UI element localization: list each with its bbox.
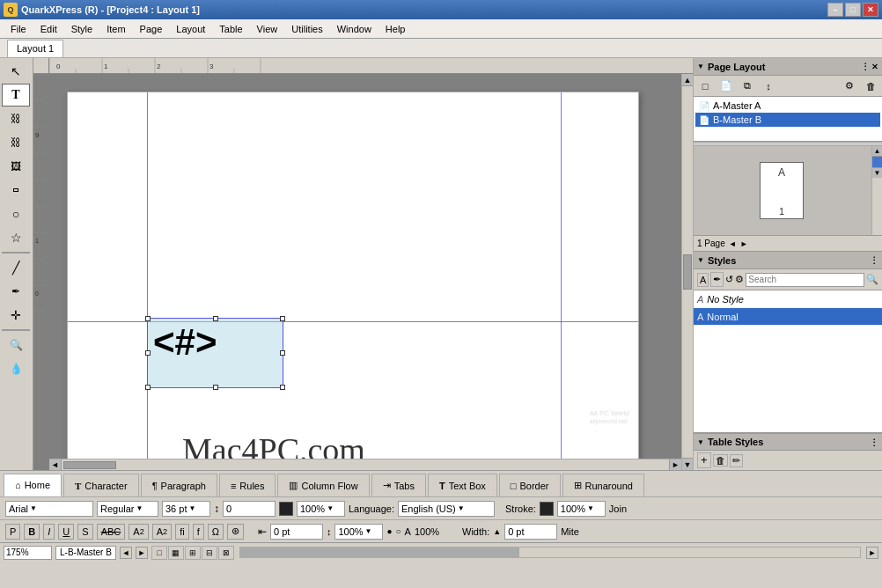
new-master-btn[interactable]: 📄 — [717, 77, 736, 95]
canvas-vscroll[interactable]: ▲ ▼ — [681, 74, 693, 470]
maximize-button[interactable]: □ — [845, 3, 861, 17]
tab-runaround[interactable]: ⊞ Runaround — [562, 474, 644, 496]
master-b[interactable]: 📄 B-Master B — [695, 113, 880, 127]
master-a[interactable]: 📄 A-Master A — [695, 99, 880, 113]
stroke-swatch[interactable] — [540, 502, 554, 516]
scroll-right[interactable]: ► — [669, 459, 681, 471]
tab-home[interactable]: ⌂ Home — [4, 474, 62, 496]
menu-edit[interactable]: Edit — [33, 22, 64, 36]
thumb-scroll-down[interactable]: ▼ — [872, 167, 882, 178]
image-tool[interactable]: 🖼 — [2, 155, 30, 178]
panel-close-icon[interactable]: ✕ — [871, 62, 878, 71]
styles-search-input[interactable] — [746, 273, 864, 287]
tab-character[interactable]: T Character — [63, 474, 139, 496]
handle-mr[interactable] — [280, 350, 285, 356]
add-table-style-btn[interactable]: + — [697, 452, 711, 468]
doc-tab-layout1[interactable]: Layout 1 — [7, 40, 63, 57]
format-percent-dropdown[interactable]: 100% ▼ — [334, 524, 383, 540]
menu-help[interactable]: Help — [379, 22, 413, 36]
link-tool[interactable]: ⛓ — [2, 107, 30, 130]
scroll-right-icon[interactable]: ► — [740, 239, 748, 248]
unlink-tool[interactable]: ⛓ — [2, 131, 30, 154]
layout-selector[interactable]: L-B-Master B — [55, 546, 116, 560]
panel-options-icon[interactable]: ⋮ — [861, 62, 870, 71]
thumb-scroll-thumb[interactable] — [872, 157, 882, 167]
handle-br[interactable] — [280, 385, 285, 390]
view-btn-3[interactable]: ⊞ — [185, 546, 201, 560]
menu-view[interactable]: View — [250, 22, 285, 36]
scroll-left-icon[interactable]: ◄ — [729, 239, 737, 248]
next-page-btn[interactable]: ► — [136, 547, 148, 559]
subscript-btn[interactable]: A2 — [152, 524, 172, 540]
scroll-left[interactable]: ◄ — [49, 459, 62, 471]
zoom-field[interactable]: 175% — [4, 546, 52, 560]
settings-icon[interactable]: ⚙ — [735, 274, 744, 285]
bold-btn[interactable]: B — [24, 524, 40, 540]
scroll-up[interactable]: ▲ — [682, 74, 693, 86]
rect-tool[interactable] — [2, 179, 30, 202]
style-normal[interactable]: A Normal — [694, 308, 882, 326]
menu-page[interactable]: Page — [133, 22, 170, 36]
table-styles-options-icon[interactable]: ⋮ — [870, 437, 878, 447]
view-btn-1[interactable]: □ — [151, 546, 167, 560]
tab-paragraph[interactable]: ¶ Paragraph — [141, 474, 217, 496]
tab-text-box[interactable]: T Text Box — [428, 474, 497, 496]
star-tool[interactable]: ☆ — [2, 226, 30, 249]
strikethrough-btn[interactable]: ABC — [97, 524, 126, 540]
thumb-vscroll[interactable]: ▲ ▼ — [871, 146, 882, 235]
eyedropper-tool[interactable]: 💧 — [2, 357, 30, 380]
edit-table-style-btn[interactable]: ✏ — [730, 454, 743, 467]
tab-border[interactable]: □ Border — [499, 474, 561, 496]
delete-page-btn[interactable]: 🗑 — [861, 77, 880, 95]
view-btn-5[interactable]: ⊠ — [218, 546, 234, 560]
arrow-up-icon[interactable]: ▲ — [493, 527, 501, 536]
page-settings-btn[interactable]: ⚙ — [840, 77, 859, 95]
zoom-tool[interactable]: 🔍 — [2, 334, 30, 356]
scroll-right-status[interactable]: ► — [866, 547, 878, 559]
special2-btn[interactable]: Ω — [208, 524, 224, 540]
menu-layout[interactable]: Layout — [169, 22, 212, 36]
text-frame[interactable]: <#> — [147, 318, 283, 388]
menu-style[interactable]: Style — [64, 22, 99, 36]
font-style-dropdown[interactable]: Regular ▼ — [97, 501, 158, 517]
percent1-dropdown[interactable]: 100% ▼ — [297, 501, 345, 517]
menu-item[interactable]: Item — [99, 22, 132, 36]
view-btn-4[interactable]: ⊟ — [202, 546, 217, 560]
move-tool[interactable]: ✛ — [2, 304, 30, 327]
stroke-percent-dropdown[interactable]: 100% ▼ — [557, 501, 606, 517]
underline-btn[interactable]: U — [58, 524, 74, 540]
canvas-content[interactable]: <#> Mac4PC.com All PC Worldallpcworld.ne… — [49, 74, 693, 470]
text-tool[interactable]: T — [2, 84, 30, 107]
char-style-icon[interactable]: ✒ — [710, 272, 724, 287]
language-dropdown[interactable]: English (US) ▼ — [398, 501, 495, 517]
prev-page-btn[interactable]: ◄ — [120, 547, 132, 559]
shadow-btn[interactable]: S — [77, 524, 92, 540]
handle-bc[interactable] — [213, 385, 218, 390]
view-btn-2[interactable]: ▦ — [168, 546, 184, 560]
minimize-button[interactable]: – — [827, 3, 843, 17]
radio2[interactable]: ○ — [396, 526, 401, 536]
canvas-area[interactable]: 0 1 2 3 9 1 — [33, 58, 693, 470]
style-no-style[interactable]: A No Style — [694, 290, 882, 308]
oval-tool[interactable]: ○ — [2, 202, 30, 225]
pointer-tool[interactable]: ↖ — [2, 60, 30, 83]
handle-tc[interactable] — [213, 316, 218, 321]
superscript-btn[interactable]: A2 — [129, 524, 148, 540]
delete-table-style-btn[interactable]: 🗑 — [713, 454, 728, 467]
page-thumb[interactable]: A 1 — [760, 162, 804, 219]
radio1[interactable]: ● — [386, 526, 392, 536]
font-size-dropdown[interactable]: 36 pt ▼ — [162, 501, 210, 517]
refresh-icon[interactable]: ↺ — [725, 274, 733, 285]
special3-btn[interactable]: ⊛ — [227, 524, 244, 540]
pen-tool[interactable]: ✒ — [2, 280, 30, 303]
close-button[interactable]: ✕ — [863, 3, 878, 17]
angle-field[interactable]: 0 — [223, 501, 276, 517]
italic-btn[interactable]: I — [43, 524, 55, 540]
duplicate-page-btn[interactable]: ⧉ — [738, 77, 757, 95]
new-page-btn[interactable]: □ — [695, 77, 715, 95]
menu-file[interactable]: File — [4, 22, 33, 36]
scroll-thumb-v[interactable] — [683, 254, 692, 290]
tab-tabs[interactable]: ⇥ Tabs — [371, 474, 426, 496]
styles-options-icon[interactable]: ⋮ — [870, 255, 878, 265]
menu-utilities[interactable]: Utilities — [284, 22, 329, 36]
